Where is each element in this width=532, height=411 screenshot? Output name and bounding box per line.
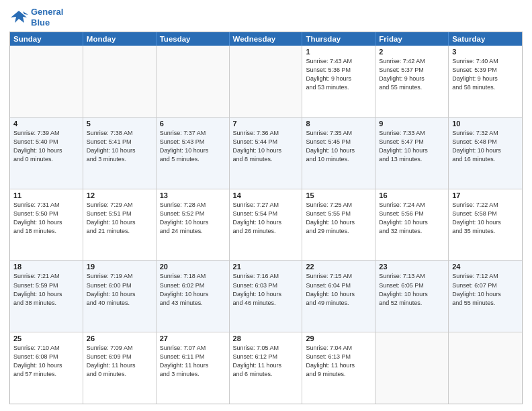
day-info: Sunrise: 7:24 AMSunset: 5:56 PMDaylight:… xyxy=(379,201,445,236)
day-cell-19: 19Sunrise: 7:19 AMSunset: 6:00 PMDayligh… xyxy=(83,261,157,332)
calendar-body: 1Sunrise: 7:43 AMSunset: 5:36 PMDaylight… xyxy=(10,46,522,404)
day-number: 10 xyxy=(452,120,519,128)
day-cell-18: 18Sunrise: 7:21 AMSunset: 5:59 PMDayligh… xyxy=(10,261,83,332)
day-info: Sunrise: 7:18 AMSunset: 6:02 PMDaylight:… xyxy=(160,272,226,307)
day-number: 23 xyxy=(379,263,445,271)
day-cell-3: 3Sunrise: 7:40 AMSunset: 5:39 PMDaylight… xyxy=(449,46,522,117)
day-info: Sunrise: 7:33 AMSunset: 5:47 PMDaylight:… xyxy=(379,129,445,164)
day-info: Sunrise: 7:15 AMSunset: 6:04 PMDaylight:… xyxy=(306,272,371,307)
day-info: Sunrise: 7:07 AMSunset: 6:11 PMDaylight:… xyxy=(160,344,226,379)
calendar-header: SundayMondayTuesdayWednesdayThursdayFrid… xyxy=(10,32,522,46)
logo-icon xyxy=(9,8,28,27)
day-cell-16: 16Sunrise: 7:24 AMSunset: 5:56 PMDayligh… xyxy=(375,189,449,261)
empty-cell xyxy=(449,332,522,404)
day-number: 24 xyxy=(452,263,519,271)
day-number: 14 xyxy=(233,191,299,199)
day-info: Sunrise: 7:35 AMSunset: 5:45 PMDaylight:… xyxy=(306,129,371,164)
day-number: 22 xyxy=(306,263,371,271)
day-info: Sunrise: 7:31 AMSunset: 5:50 PMDaylight:… xyxy=(13,201,79,236)
day-info: Sunrise: 7:36 AMSunset: 5:44 PMDaylight:… xyxy=(233,129,299,164)
day-cell-17: 17Sunrise: 7:22 AMSunset: 5:58 PMDayligh… xyxy=(449,189,522,261)
day-info: Sunrise: 7:16 AMSunset: 6:03 PMDaylight:… xyxy=(233,272,299,307)
day-number: 18 xyxy=(13,263,79,271)
empty-cell xyxy=(10,46,83,117)
day-cell-24: 24Sunrise: 7:12 AMSunset: 6:07 PMDayligh… xyxy=(449,261,522,332)
day-info: Sunrise: 7:21 AMSunset: 5:59 PMDaylight:… xyxy=(13,272,79,307)
calendar-row-5: 25Sunrise: 7:10 AMSunset: 6:08 PMDayligh… xyxy=(10,332,522,404)
day-number: 9 xyxy=(379,120,445,128)
day-info: Sunrise: 7:04 AMSunset: 6:13 PMDaylight:… xyxy=(306,344,371,379)
calendar-row-1: 1Sunrise: 7:43 AMSunset: 5:36 PMDaylight… xyxy=(10,46,522,118)
day-cell-5: 5Sunrise: 7:38 AMSunset: 5:41 PMDaylight… xyxy=(83,118,157,189)
day-cell-9: 9Sunrise: 7:33 AMSunset: 5:47 PMDaylight… xyxy=(375,118,449,189)
day-info: Sunrise: 7:05 AMSunset: 6:12 PMDaylight:… xyxy=(233,344,299,379)
calendar-row-2: 4Sunrise: 7:39 AMSunset: 5:40 PMDaylight… xyxy=(10,118,522,189)
day-info: Sunrise: 7:40 AMSunset: 5:39 PMDaylight:… xyxy=(452,57,519,92)
day-number: 7 xyxy=(233,120,299,128)
logo-text: General Blue xyxy=(31,7,63,28)
day-number: 4 xyxy=(13,120,79,128)
day-number: 5 xyxy=(87,120,152,128)
day-info: Sunrise: 7:29 AMSunset: 5:51 PMDaylight:… xyxy=(87,201,152,236)
empty-cell xyxy=(375,332,449,404)
day-info: Sunrise: 7:32 AMSunset: 5:48 PMDaylight:… xyxy=(452,129,519,164)
day-number: 1 xyxy=(306,48,371,56)
day-number: 26 xyxy=(87,334,152,342)
day-cell-4: 4Sunrise: 7:39 AMSunset: 5:40 PMDaylight… xyxy=(10,118,83,189)
day-info: Sunrise: 7:28 AMSunset: 5:52 PMDaylight:… xyxy=(160,201,226,236)
day-info: Sunrise: 7:09 AMSunset: 6:09 PMDaylight:… xyxy=(87,344,152,379)
day-cell-27: 27Sunrise: 7:07 AMSunset: 6:11 PMDayligh… xyxy=(157,332,230,404)
day-cell-2: 2Sunrise: 7:42 AMSunset: 5:37 PMDaylight… xyxy=(375,46,449,117)
day-number: 27 xyxy=(160,334,226,342)
day-info: Sunrise: 7:10 AMSunset: 6:08 PMDaylight:… xyxy=(13,344,79,379)
day-cell-22: 22Sunrise: 7:15 AMSunset: 6:04 PMDayligh… xyxy=(302,261,375,332)
day-info: Sunrise: 7:42 AMSunset: 5:37 PMDaylight:… xyxy=(379,57,445,92)
day-cell-7: 7Sunrise: 7:36 AMSunset: 5:44 PMDaylight… xyxy=(230,118,303,189)
header-cell-saturday: Saturday xyxy=(449,32,522,46)
day-number: 6 xyxy=(160,120,226,128)
day-number: 20 xyxy=(160,263,226,271)
day-cell-28: 28Sunrise: 7:05 AMSunset: 6:12 PMDayligh… xyxy=(230,332,303,404)
day-info: Sunrise: 7:37 AMSunset: 5:43 PMDaylight:… xyxy=(160,129,226,164)
logo: General Blue xyxy=(9,7,63,28)
calendar: SundayMondayTuesdayWednesdayThursdayFrid… xyxy=(9,32,523,404)
day-number: 16 xyxy=(379,191,445,199)
day-number: 3 xyxy=(452,48,519,56)
header-cell-tuesday: Tuesday xyxy=(157,32,230,46)
day-info: Sunrise: 7:39 AMSunset: 5:40 PMDaylight:… xyxy=(13,129,79,164)
day-cell-20: 20Sunrise: 7:18 AMSunset: 6:02 PMDayligh… xyxy=(157,261,230,332)
day-number: 8 xyxy=(306,120,371,128)
page-header: General Blue xyxy=(9,7,523,28)
day-number: 21 xyxy=(233,263,299,271)
calendar-row-3: 11Sunrise: 7:31 AMSunset: 5:50 PMDayligh… xyxy=(10,189,522,261)
day-info: Sunrise: 7:19 AMSunset: 6:00 PMDaylight:… xyxy=(87,272,152,307)
day-cell-15: 15Sunrise: 7:25 AMSunset: 5:55 PMDayligh… xyxy=(302,189,375,261)
day-info: Sunrise: 7:38 AMSunset: 5:41 PMDaylight:… xyxy=(87,129,152,164)
header-cell-thursday: Thursday xyxy=(302,32,375,46)
svg-marker-1 xyxy=(23,11,28,15)
day-cell-12: 12Sunrise: 7:29 AMSunset: 5:51 PMDayligh… xyxy=(83,189,157,261)
empty-cell xyxy=(157,46,230,117)
day-cell-8: 8Sunrise: 7:35 AMSunset: 5:45 PMDaylight… xyxy=(302,118,375,189)
day-cell-10: 10Sunrise: 7:32 AMSunset: 5:48 PMDayligh… xyxy=(449,118,522,189)
day-cell-11: 11Sunrise: 7:31 AMSunset: 5:50 PMDayligh… xyxy=(10,189,83,261)
day-number: 13 xyxy=(160,191,226,199)
day-cell-13: 13Sunrise: 7:28 AMSunset: 5:52 PMDayligh… xyxy=(157,189,230,261)
day-number: 29 xyxy=(306,334,371,342)
day-info: Sunrise: 7:13 AMSunset: 6:05 PMDaylight:… xyxy=(379,272,445,307)
day-number: 28 xyxy=(233,334,299,342)
header-cell-sunday: Sunday xyxy=(10,32,83,46)
day-info: Sunrise: 7:27 AMSunset: 5:54 PMDaylight:… xyxy=(233,201,299,236)
empty-cell xyxy=(83,46,157,117)
day-number: 25 xyxy=(13,334,79,342)
day-cell-1: 1Sunrise: 7:43 AMSunset: 5:36 PMDaylight… xyxy=(302,46,375,117)
day-cell-29: 29Sunrise: 7:04 AMSunset: 6:13 PMDayligh… xyxy=(302,332,375,404)
header-cell-friday: Friday xyxy=(375,32,449,46)
day-cell-25: 25Sunrise: 7:10 AMSunset: 6:08 PMDayligh… xyxy=(10,332,83,404)
day-info: Sunrise: 7:12 AMSunset: 6:07 PMDaylight:… xyxy=(452,272,519,307)
day-info: Sunrise: 7:43 AMSunset: 5:36 PMDaylight:… xyxy=(306,57,371,92)
day-number: 19 xyxy=(87,263,152,271)
day-cell-21: 21Sunrise: 7:16 AMSunset: 6:03 PMDayligh… xyxy=(230,261,303,332)
day-number: 12 xyxy=(87,191,152,199)
calendar-row-4: 18Sunrise: 7:21 AMSunset: 5:59 PMDayligh… xyxy=(10,261,522,332)
